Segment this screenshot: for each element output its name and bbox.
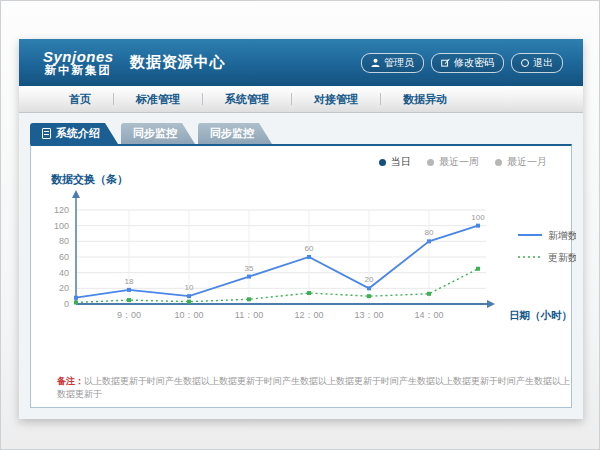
x-axis-arrow-icon bbox=[487, 300, 495, 308]
nav-item-3[interactable]: 对接管理 bbox=[292, 92, 380, 107]
x-tick-label: 9：00 bbox=[117, 310, 141, 320]
data-point bbox=[307, 255, 311, 259]
radio-label: 当日 bbox=[391, 155, 411, 169]
nav-item-1[interactable]: 标准管理 bbox=[114, 92, 202, 107]
tab-0[interactable]: 系统介绍 bbox=[30, 123, 118, 144]
user-button[interactable]: 管理员 bbox=[361, 53, 424, 73]
app-header: Synjones 新中新集团 数据资源中心 管理员 修改密码 退出 bbox=[19, 39, 583, 86]
footer-note: 备注：以上数据更新于时间产生数据以上数据更新于时间产生数据以上数据更新于时间产生… bbox=[57, 375, 571, 401]
note-label: 备注： bbox=[57, 376, 84, 386]
data-point bbox=[187, 294, 191, 298]
data-label: 18 bbox=[125, 277, 134, 286]
edit-icon bbox=[441, 58, 450, 67]
user-button-label: 管理员 bbox=[384, 56, 414, 70]
chart-container: 0204060801001209：0010：0011：0012：0013：001… bbox=[31, 189, 571, 365]
data-point bbox=[367, 286, 371, 290]
y-tick-label: 20 bbox=[59, 283, 69, 293]
data-point bbox=[247, 297, 251, 301]
x-tick-label: 13：00 bbox=[354, 310, 383, 320]
y-tick-label: 60 bbox=[59, 252, 69, 262]
x-tick-label: 14：00 bbox=[414, 310, 443, 320]
data-label: 100 bbox=[471, 213, 485, 222]
legend-label: 新增数据 bbox=[548, 230, 576, 241]
data-point bbox=[427, 292, 431, 296]
radio-option-1[interactable]: 最近一周 bbox=[427, 155, 479, 169]
chart-line-1 bbox=[76, 269, 478, 303]
tab-label: 同步监控 bbox=[133, 126, 177, 141]
change-password-label: 修改密码 bbox=[454, 56, 494, 70]
data-point bbox=[476, 267, 480, 271]
logout-button[interactable]: 退出 bbox=[511, 53, 563, 73]
logout-icon bbox=[521, 59, 529, 67]
data-point bbox=[367, 294, 371, 298]
data-point bbox=[427, 239, 431, 243]
tab-label: 同步监控 bbox=[210, 126, 254, 141]
change-password-button[interactable]: 修改密码 bbox=[431, 53, 504, 73]
chart-x-axis-title: 日期（小时） bbox=[509, 309, 572, 322]
data-point bbox=[127, 298, 131, 302]
data-point bbox=[127, 288, 131, 292]
data-label: 20 bbox=[365, 275, 374, 284]
tab-2[interactable]: 同步监控 bbox=[198, 123, 272, 144]
data-point bbox=[187, 300, 191, 304]
radio-label: 最近一周 bbox=[439, 155, 479, 169]
radio-dot-icon bbox=[379, 159, 386, 166]
header-actions: 管理员 修改密码 退出 bbox=[361, 53, 563, 73]
time-range-filter: 当日最近一周最近一月 bbox=[379, 155, 547, 169]
logo-text-en: Synjones bbox=[43, 49, 114, 65]
page-title: 数据资源中心 bbox=[130, 53, 226, 72]
radio-dot-icon bbox=[427, 159, 434, 166]
data-point bbox=[74, 296, 78, 300]
data-point bbox=[307, 291, 311, 295]
data-label: 35 bbox=[245, 264, 254, 273]
line-chart: 0204060801001209：0010：0011：0012：0013：001… bbox=[31, 189, 576, 361]
x-tick-label: 10：00 bbox=[174, 310, 203, 320]
content-area: 系统介绍同步监控同步监控 当日最近一周最近一月 数据交换（条） 02040608… bbox=[19, 113, 583, 419]
document-icon bbox=[42, 128, 51, 139]
radio-option-0[interactable]: 当日 bbox=[379, 155, 411, 169]
legend-label: 更新数据 bbox=[548, 252, 576, 263]
data-point bbox=[247, 275, 251, 279]
logo-text-cn: 新中新集团 bbox=[43, 64, 114, 76]
y-tick-label: 40 bbox=[59, 268, 69, 278]
chart-line-0 bbox=[76, 226, 478, 298]
note-text: 以上数据更新于时间产生数据以上数据更新于时间产生数据以上数据更新于时间产生数据以… bbox=[57, 376, 570, 399]
tab-bar: 系统介绍同步监控同步监控 bbox=[30, 123, 583, 144]
app-window: Synjones 新中新集团 数据资源中心 管理员 修改密码 退出 首页标准 bbox=[19, 39, 583, 419]
main-nav: 首页标准管理系统管理对接管理数据异动 bbox=[19, 86, 583, 113]
x-tick-label: 12：00 bbox=[294, 310, 323, 320]
x-tick-label: 11：00 bbox=[235, 310, 263, 320]
tab-1[interactable]: 同步监控 bbox=[121, 123, 195, 144]
radio-dot-icon bbox=[495, 159, 502, 166]
nav-item-4[interactable]: 数据异动 bbox=[381, 92, 469, 107]
data-point bbox=[476, 224, 480, 228]
data-label: 80 bbox=[425, 228, 434, 237]
company-logo[interactable]: Synjones 新中新集团 bbox=[43, 49, 114, 77]
y-tick-label: 0 bbox=[64, 299, 69, 309]
nav-item-0[interactable]: 首页 bbox=[47, 92, 113, 107]
y-tick-label: 100 bbox=[54, 221, 69, 231]
y-tick-label: 120 bbox=[54, 205, 69, 215]
tab-label: 系统介绍 bbox=[56, 126, 100, 141]
nav-item-2[interactable]: 系统管理 bbox=[203, 92, 291, 107]
y-axis-arrow-icon bbox=[72, 190, 80, 198]
radio-option-2[interactable]: 最近一月 bbox=[495, 155, 547, 169]
data-label: 60 bbox=[305, 244, 314, 253]
screen-background: Synjones 新中新集团 数据资源中心 管理员 修改密码 退出 首页标准 bbox=[0, 0, 600, 450]
data-label: 10 bbox=[185, 283, 194, 292]
user-icon bbox=[371, 58, 380, 67]
y-tick-label: 80 bbox=[59, 236, 69, 246]
chart-y-axis-title: 数据交换（条） bbox=[51, 172, 571, 187]
data-point bbox=[74, 300, 78, 304]
system-intro-panel: 当日最近一周最近一月 数据交换（条） 0204060801001209：0010… bbox=[30, 144, 572, 408]
logout-button-label: 退出 bbox=[533, 56, 553, 70]
radio-label: 最近一月 bbox=[507, 155, 547, 169]
